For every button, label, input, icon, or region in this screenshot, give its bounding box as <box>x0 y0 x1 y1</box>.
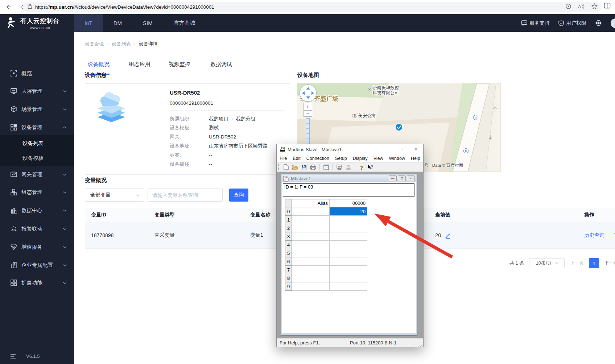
pan-up-icon[interactable] <box>306 87 310 90</box>
resize-grip[interactable] <box>418 343 422 347</box>
sidebar-item-gateway-mgmt[interactable]: 网关管理 <box>0 167 74 182</box>
grid-cell[interactable] <box>330 282 367 291</box>
grid-cell[interactable] <box>330 224 367 232</box>
display-setup-icon[interactable] <box>323 164 330 171</box>
grid-cell[interactable] <box>330 257 367 266</box>
edit-pencil-icon[interactable] <box>445 232 451 239</box>
nav-dm[interactable]: DM <box>103 14 132 32</box>
breadcrumb-device-mgmt[interactable]: 设备管理 <box>85 41 104 47</box>
collapse-icon[interactable] <box>10 354 16 359</box>
grid-cell[interactable] <box>292 207 330 216</box>
map-zoom-slider[interactable] <box>306 118 310 147</box>
grid-cell[interactable] <box>330 216 367 224</box>
sidebar-item-data-center[interactable]: 数据中心 <box>0 203 74 218</box>
menu-window[interactable]: Window <box>386 156 408 161</box>
communication-icon[interactable] <box>345 164 352 171</box>
variable-search-input[interactable] <box>148 189 223 202</box>
grid-cell[interactable] <box>292 249 330 257</box>
menu-help[interactable]: Help <box>408 156 423 161</box>
grid-cell[interactable] <box>292 274 330 282</box>
pan-left-icon[interactable] <box>302 91 305 95</box>
tab-video-monitor[interactable]: 视频监控 <box>169 61 190 74</box>
user-permissions[interactable]: 用户权限 <box>558 20 586 26</box>
poll-definition-icon[interactable] <box>336 164 343 171</box>
maximize-button[interactable]: □ <box>394 144 409 154</box>
sidebar-item-device-template[interactable]: 设备模板 <box>0 151 74 166</box>
grid-cell[interactable] <box>330 266 367 274</box>
next-page-button[interactable]: 下一页 <box>604 260 615 266</box>
brand-logo[interactable]: 有人云控制台 www.usr.cn <box>0 14 74 32</box>
variable-filter-select[interactable]: 全部变量 <box>85 189 144 202</box>
context-help-icon[interactable]: ? <box>367 164 374 171</box>
child-minimize-button[interactable]: — <box>389 175 397 181</box>
nav-sim[interactable]: SIM <box>132 14 163 32</box>
search-button[interactable]: 查询 <box>229 189 248 202</box>
new-file-icon[interactable] <box>282 164 289 171</box>
grid-cell-selected[interactable]: 20 <box>330 207 367 216</box>
service-support[interactable]: 服务支持 <box>521 20 550 26</box>
help-icon[interactable]: ? <box>358 164 365 171</box>
map-pan-control[interactable] <box>300 84 317 102</box>
sidebar-item-extensions[interactable]: 扩展功能 <box>0 276 74 290</box>
prev-page-button[interactable]: 上一页 <box>570 260 584 266</box>
language-globe-icon[interactable] <box>595 20 602 26</box>
menu-file[interactable]: File <box>277 156 290 161</box>
current-page-button[interactable]: 1 <box>589 258 599 268</box>
history-query-link[interactable]: 历史查询 <box>584 232 604 239</box>
grid-cell[interactable] <box>330 232 367 241</box>
sidebar-item-screen-mgmt[interactable]: 大屏管理 <box>0 84 74 98</box>
modbus-titlebar[interactable]: Modbus Slave - Mbslave1 — □ × <box>277 144 423 154</box>
avatar[interactable] <box>611 18 615 28</box>
menu-setup[interactable]: Setup <box>332 156 350 161</box>
favorite-star-icon[interactable] <box>591 3 598 11</box>
grid-cell[interactable] <box>292 266 330 274</box>
child-maximize-button[interactable]: □ <box>398 175 406 181</box>
menu-connection[interactable]: Connection <box>304 156 332 161</box>
nav-iot[interactable]: IoT <box>74 14 103 32</box>
pan-down-icon[interactable] <box>306 96 310 99</box>
minimize-button[interactable]: — <box>380 144 394 154</box>
grid-cell[interactable] <box>292 241 330 249</box>
mbslave1-child-window[interactable]: DOC Mbslave1 — □ × ID = 1: F = 03 Alias … <box>281 174 417 336</box>
tab-data-debug[interactable]: 数据调试 <box>210 61 232 74</box>
menu-display[interactable]: Display <box>350 156 371 161</box>
read-aloud-icon[interactable]: A <box>578 4 585 11</box>
breadcrumb-device-list[interactable]: 设备列表 <box>112 41 131 47</box>
grid-cell[interactable] <box>292 224 330 232</box>
sidebar-item-scene-mgmt[interactable]: 场景管理 <box>0 102 74 116</box>
map-device-marker[interactable] <box>395 124 403 131</box>
page-size-select[interactable]: 10条/页 <box>529 258 565 268</box>
sidebar-item-scada-mgmt[interactable]: 组态管理 <box>0 185 74 199</box>
menu-view[interactable]: View <box>371 156 386 161</box>
sidebar-item-device-list[interactable]: 设备列表 <box>0 136 74 151</box>
save-icon[interactable] <box>301 164 308 171</box>
print-icon[interactable] <box>310 164 317 171</box>
child-titlebar[interactable]: DOC Mbslave1 — □ × <box>282 175 416 182</box>
sidebar-item-device-mgmt[interactable]: 设备管理 <box>0 120 74 135</box>
map-zoom-in-button[interactable]: + <box>304 103 312 111</box>
grid-cell[interactable] <box>292 282 330 291</box>
grid-cell[interactable] <box>330 241 367 249</box>
split-screen-icon[interactable] <box>604 3 611 10</box>
pan-right-icon[interactable] <box>311 91 314 95</box>
grid-cell[interactable] <box>330 274 367 282</box>
grid-cell[interactable] <box>292 232 330 241</box>
toolbar-grip[interactable] <box>278 164 280 170</box>
sidebar-item-overview[interactable]: 概览 <box>0 66 74 80</box>
sidebar-item-value-added[interactable]: 增值服务 <box>0 240 74 254</box>
sidebar-item-enterprise-config[interactable]: 企业专属配置 <box>0 258 74 272</box>
map-zoom-out-button[interactable]: − <box>304 111 312 117</box>
modbus-slave-window[interactable]: Modbus Slave - Mbslave1 — □ × File Edit … <box>276 144 424 347</box>
menu-edit[interactable]: Edit <box>290 156 304 161</box>
grid-cell[interactable] <box>292 257 330 266</box>
grid-cell[interactable] <box>292 216 330 224</box>
browser-back-icon[interactable] <box>4 2 13 12</box>
tab-scada-app[interactable]: 组态应用 <box>129 61 150 74</box>
sidebar-item-alarm-linkage[interactable]: 报警联动 <box>0 222 74 236</box>
geolocation-icon[interactable] <box>565 3 571 11</box>
close-button[interactable]: × <box>409 144 423 154</box>
nav-mall[interactable]: 官方商城 <box>163 14 206 32</box>
open-file-icon[interactable] <box>292 164 298 171</box>
address-bar[interactable]: https://mp.usr.cn/#/cloud/device/ViewDev… <box>22 2 601 12</box>
child-close-button[interactable]: × <box>407 175 415 181</box>
